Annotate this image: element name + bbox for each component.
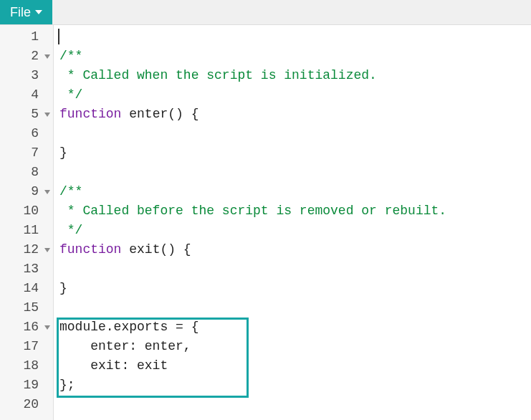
- file-menu-label: File: [10, 5, 31, 20]
- line-number: 4: [0, 85, 53, 105]
- code-line[interactable]: function enter() {: [54, 105, 531, 124]
- code-line[interactable]: */: [54, 85, 531, 105]
- line-number: 13: [0, 259, 53, 279]
- line-number: 2: [0, 47, 53, 66]
- line-number: 15: [0, 298, 53, 318]
- code-line[interactable]: [54, 298, 531, 318]
- chevron-down-icon: [35, 10, 42, 14]
- fold-icon[interactable]: [44, 190, 50, 194]
- code-line[interactable]: enter: enter,: [54, 337, 531, 356]
- text-cursor: [58, 29, 59, 44]
- fold-icon[interactable]: [44, 113, 50, 117]
- file-menu-button[interactable]: File: [0, 0, 52, 24]
- line-number: 12: [0, 240, 53, 259]
- editor-header: File: [0, 0, 531, 25]
- code-line[interactable]: [54, 395, 531, 414]
- line-number: 1: [0, 27, 53, 47]
- line-number: 3: [0, 66, 53, 85]
- code-line[interactable]: exit: exit: [54, 356, 531, 376]
- line-number: 6: [0, 124, 53, 143]
- fold-icon[interactable]: [44, 54, 50, 59]
- code-line[interactable]: function exit() {: [54, 240, 531, 259]
- line-number: 9: [0, 182, 53, 201]
- code-line[interactable]: [54, 259, 531, 279]
- line-number: 16: [0, 318, 53, 337]
- code-line[interactable]: */: [54, 221, 531, 240]
- line-number: 18: [0, 356, 53, 376]
- line-number: 17: [0, 337, 53, 356]
- fold-icon[interactable]: [44, 325, 50, 330]
- line-number: 10: [0, 201, 53, 221]
- code-line[interactable]: /**: [54, 182, 531, 201]
- code-line[interactable]: }: [54, 143, 531, 163]
- code-line[interactable]: /**: [54, 47, 531, 66]
- line-number: 8: [0, 163, 53, 182]
- code-line[interactable]: [54, 124, 531, 143]
- code-area[interactable]: /** * Called when the script is initiali…: [54, 25, 531, 420]
- code-line[interactable]: [54, 27, 531, 47]
- code-line[interactable]: * Called when the script is initialized.: [54, 66, 531, 85]
- code-line[interactable]: module.exports = {: [54, 318, 531, 337]
- fold-icon[interactable]: [44, 248, 50, 252]
- line-number: 14: [0, 279, 53, 298]
- line-number: 19: [0, 376, 53, 395]
- code-editor[interactable]: 1 2 3 4 5 6 7 8 9 10 11 12 13 14 15 16 1…: [0, 25, 531, 420]
- code-line[interactable]: [54, 163, 531, 182]
- line-number: 7: [0, 143, 53, 163]
- line-number: 5: [0, 105, 53, 124]
- line-number-gutter: 1 2 3 4 5 6 7 8 9 10 11 12 13 14 15 16 1…: [0, 25, 54, 420]
- code-line[interactable]: }: [54, 279, 531, 298]
- line-number: 11: [0, 221, 53, 240]
- code-line[interactable]: };: [54, 376, 531, 395]
- line-number: 20: [0, 395, 53, 414]
- code-line[interactable]: * Called before the script is removed or…: [54, 201, 531, 221]
